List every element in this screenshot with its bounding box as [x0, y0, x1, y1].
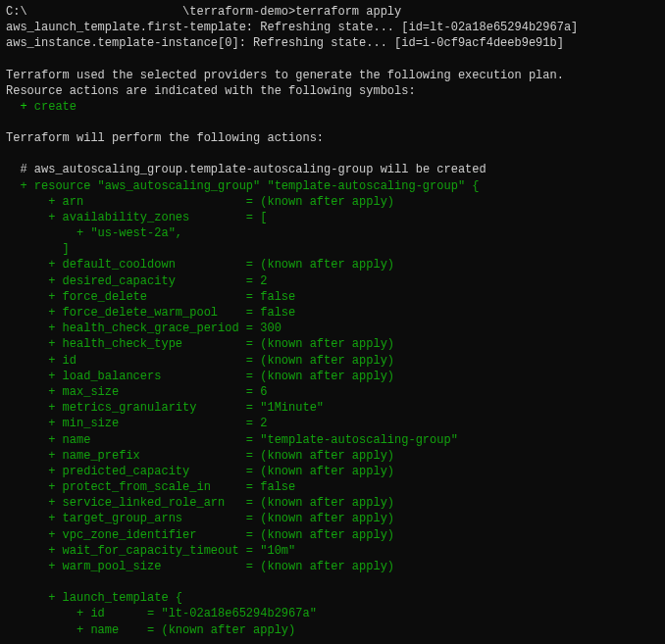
resource-attributes: + arn = (known after apply) + availabili… [6, 194, 659, 575]
resource-attribute: + warm_pool_size = (known after apply) [6, 559, 659, 574]
resource-attribute: + force_delete_warm_pool = false [6, 305, 659, 321]
resource-attribute: + load_balancers = (known after apply) [6, 369, 659, 384]
launch-template-open: + launch_template { [6, 590, 659, 606]
resource-attribute: + service_linked_role_arn = (known after… [6, 495, 659, 511]
prompt-command: terraform apply [295, 5, 401, 19]
resource-attribute: + wait_for_capacity_timeout = "10m" [6, 543, 659, 559]
resource-attribute: + target_group_arns = (known after apply… [6, 511, 659, 526]
resource-comment: # aws_autoscaling_group.template-autosca… [6, 162, 659, 177]
prompt-line: C:\ \terraform-demo>terraform apply [6, 4, 659, 20]
plan-symbol-create: + create [6, 99, 659, 115]
resource-attribute: + vpc_zone_identifier = (known after app… [6, 527, 659, 543]
resource-open: + resource "aws_autoscaling_group" "temp… [6, 178, 659, 194]
plan-intro: Resource actions are indicated with the … [6, 83, 659, 99]
resource-attribute: + force_delete = false [6, 289, 659, 305]
resource-attribute: + "us-west-2a", [6, 225, 659, 241]
terminal-output: C:\ \terraform-demo>terraform apply aws_… [0, 0, 665, 644]
resource-attribute: ] [6, 241, 659, 257]
refresh-line: aws_instance.template-instance[0]: Refre… [6, 35, 659, 51]
resource-attribute: + max_size = 6 [6, 384, 659, 400]
resource-attribute: + health_check_type = (known after apply… [6, 336, 659, 352]
refresh-line: aws_launch_template.first-template: Refr… [6, 20, 659, 35]
resource-attribute: + default_cooldown = (known after apply) [6, 257, 659, 272]
perform-line: Terraform will perform the following act… [6, 130, 659, 146]
resource-attribute: + arn = (known after apply) [6, 194, 659, 210]
resource-attribute: + name = "template-autoscaling-group" [6, 432, 659, 448]
resource-attribute: + health_check_grace_period = 300 [6, 321, 659, 336]
launch-template-id: + id = "lt-02a18e65294b2967a" [6, 606, 659, 621]
resource-attribute: + availability_zones = [ [6, 210, 659, 225]
prompt-path: C:\ \terraform-demo> [6, 5, 295, 19]
resource-attribute: + metrics_granularity = "1Minute" [6, 400, 659, 416]
resource-attribute: + predicted_capacity = (known after appl… [6, 464, 659, 479]
resource-attribute: + protect_from_scale_in = false [6, 479, 659, 495]
launch-template-name: + name = (known after apply) [6, 622, 659, 638]
resource-attribute: + name_prefix = (known after apply) [6, 448, 659, 464]
resource-attribute: + id = (known after apply) [6, 353, 659, 369]
resource-attribute: + min_size = 2 [6, 416, 659, 431]
plan-intro: Terraform used the selected providers to… [6, 68, 659, 83]
resource-attribute: + desired_capacity = 2 [6, 273, 659, 289]
